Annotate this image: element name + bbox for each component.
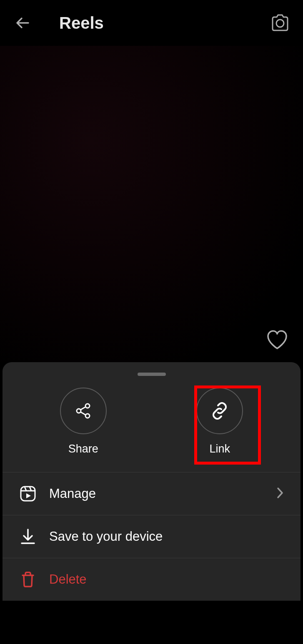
bottom-sheet: Share Link Mana (3, 362, 300, 601)
heart-icon (266, 329, 288, 350)
link-icon (210, 401, 230, 421)
reel-icon (19, 485, 37, 502)
manage-button[interactable]: Manage (3, 472, 300, 515)
svg-rect-6 (21, 487, 35, 501)
svg-point-2 (85, 404, 90, 408)
back-button[interactable] (13, 12, 33, 33)
delete-label: Delete (49, 572, 87, 587)
trash-icon (19, 571, 37, 588)
reel-content[interactable] (0, 46, 303, 362)
share-label: Share (68, 443, 98, 455)
link-label: Link (209, 443, 230, 455)
svg-line-4 (80, 407, 86, 410)
manage-label: Manage (49, 486, 96, 501)
svg-line-5 (80, 412, 86, 415)
save-label: Save to your device (49, 529, 163, 544)
action-row: Share Link (3, 383, 300, 472)
link-button[interactable]: Link (196, 388, 243, 455)
save-button[interactable]: Save to your device (3, 515, 300, 558)
like-button[interactable] (266, 329, 288, 352)
camera-button[interactable] (270, 12, 290, 33)
share-circle (60, 388, 107, 434)
svg-point-3 (85, 414, 90, 418)
chevron-right-icon (276, 487, 284, 501)
share-button[interactable]: Share (60, 388, 107, 455)
share-icon (73, 401, 93, 421)
drag-handle[interactable] (138, 373, 166, 376)
camera-icon (270, 14, 290, 32)
page-title: Reels (59, 14, 104, 32)
delete-button[interactable]: Delete (3, 558, 300, 601)
back-arrow-icon (13, 13, 33, 32)
svg-point-0 (276, 20, 284, 27)
link-circle (196, 388, 243, 434)
header: Reels (0, 0, 303, 46)
menu-list: Manage Save to your device (3, 472, 300, 601)
download-icon (19, 528, 37, 545)
